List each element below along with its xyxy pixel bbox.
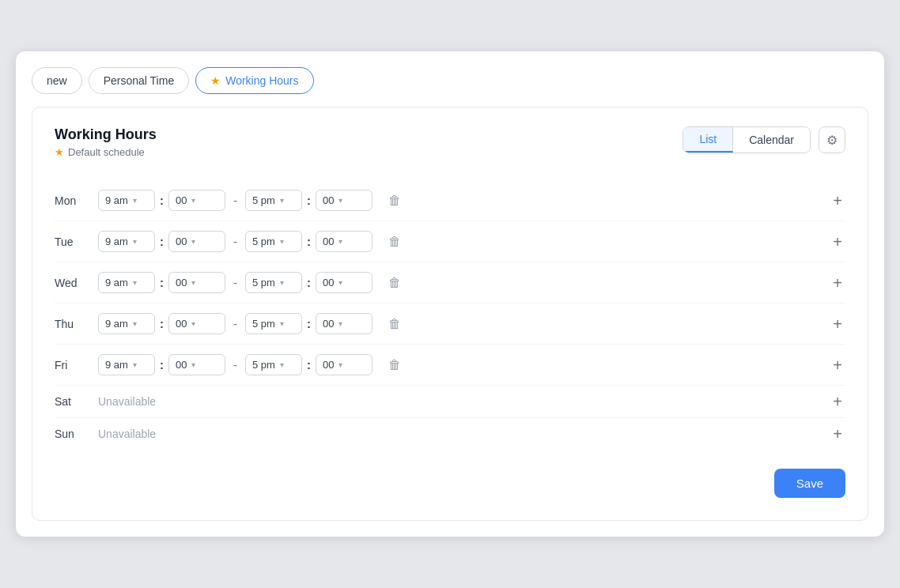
- chevron-down-icon: ▾: [191, 360, 195, 369]
- settings-button[interactable]: ⚙: [819, 126, 845, 153]
- chevron-down-icon: ▾: [280, 319, 284, 328]
- time-controls-mon: 9 am ▾ : 00 ▾ - 5 pm ▾ : 00: [98, 190, 404, 211]
- chevron-down-icon: ▾: [133, 237, 137, 246]
- tue-end-min-select[interactable]: 00 ▾: [316, 231, 372, 252]
- chevron-down-icon: ▾: [133, 196, 137, 205]
- day-row-wed: Wed 9 am ▾ : 00 ▾ - 5 pm ▾: [55, 262, 845, 303]
- day-row-tue: Tue 9 am ▾ : 00 ▾ - 5 pm ▾: [55, 220, 845, 262]
- day-label-sun: Sun: [55, 428, 98, 440]
- tab-personal-time-label: Personal Time: [104, 74, 174, 87]
- chevron-down-icon: ▾: [133, 278, 137, 287]
- thu-end-hour-select[interactable]: 5 pm ▾: [245, 313, 302, 334]
- tab-working-hours-label: Working Hours: [225, 74, 298, 87]
- working-hours-star-icon: ★: [210, 74, 221, 87]
- fri-start-hour-select[interactable]: 9 am ▾: [98, 354, 155, 375]
- day-row-sun: Sun Unavailable +: [55, 417, 845, 450]
- schedule-list: Mon 9 am ▾ : 00 ▾ - 5 pm ▾: [55, 180, 845, 450]
- wed-start-min-select[interactable]: 00 ▾: [168, 272, 225, 293]
- fri-start-min-select[interactable]: 00 ▾: [168, 354, 225, 375]
- wed-end-hour-select[interactable]: 5 pm ▾: [245, 272, 302, 293]
- wed-add-button[interactable]: +: [830, 275, 845, 291]
- fri-end-hour-select[interactable]: 5 pm ▾: [245, 354, 302, 375]
- tab-personal-time[interactable]: Personal Time: [89, 67, 189, 94]
- chevron-down-icon: ▾: [280, 237, 284, 246]
- default-schedule-star-icon: ★: [55, 146, 64, 158]
- sat-add-button[interactable]: +: [830, 394, 845, 409]
- tabs-bar: new Personal Time ★ Working Hours: [32, 67, 868, 94]
- card-subtitle: ★ Default schedule: [55, 146, 157, 158]
- day-label-tue: Tue: [55, 236, 98, 248]
- chevron-down-icon: ▾: [280, 196, 284, 205]
- tab-new[interactable]: new: [32, 67, 82, 94]
- fri-end-min-select[interactable]: 00 ▾: [316, 354, 372, 375]
- mon-end-min-select[interactable]: 00 ▾: [316, 190, 372, 211]
- tue-add-button[interactable]: +: [830, 234, 845, 250]
- fri-add-button[interactable]: +: [830, 357, 845, 373]
- mon-start-hour-select[interactable]: 9 am ▾: [98, 190, 155, 211]
- colon-2: :: [307, 194, 311, 207]
- thu-end-min-select[interactable]: 00 ▾: [316, 313, 372, 334]
- view-list-button[interactable]: List: [683, 127, 733, 153]
- gear-icon: ⚙: [826, 133, 838, 148]
- chevron-down-icon: ▾: [338, 278, 342, 287]
- default-schedule-text: Default schedule: [68, 146, 145, 158]
- time-controls-wed: 9 am ▾ : 00 ▾ - 5 pm ▾ : 00: [98, 272, 404, 293]
- time-controls-fri: 9 am ▾ : 00 ▾ - 5 pm ▾ : 00: [98, 354, 404, 375]
- chevron-down-icon: ▾: [338, 319, 342, 328]
- thu-start-hour-select[interactable]: 9 am ▾: [98, 313, 155, 334]
- day-label-wed: Wed: [55, 277, 98, 289]
- sat-unavailable-text: Unavailable: [98, 395, 156, 408]
- chevron-down-icon: ▾: [191, 237, 195, 246]
- chevron-down-icon: ▾: [280, 278, 284, 287]
- tue-delete-button[interactable]: 🗑: [385, 232, 404, 252]
- time-controls-thu: 9 am ▾ : 00 ▾ - 5 pm ▾ : 00: [98, 313, 404, 334]
- thu-start-min-select[interactable]: 00 ▾: [168, 313, 225, 334]
- header-right: List Calendar ⚙: [683, 126, 845, 153]
- day-label-mon: Mon: [55, 194, 98, 207]
- wed-end-min-select[interactable]: 00 ▾: [316, 272, 372, 293]
- tue-start-min-select[interactable]: 00 ▾: [168, 231, 225, 252]
- day-row-mon: Mon 9 am ▾ : 00 ▾ - 5 pm ▾: [55, 180, 845, 220]
- time-controls-tue: 9 am ▾ : 00 ▾ - 5 pm ▾ : 00: [98, 231, 404, 252]
- chevron-down-icon: ▾: [191, 196, 195, 205]
- chevron-down-icon: ▾: [280, 360, 284, 369]
- sun-unavailable-text: Unavailable: [98, 428, 156, 440]
- day-row-sat: Sat Unavailable +: [55, 385, 845, 417]
- mon-start-min-select[interactable]: 00 ▾: [168, 190, 225, 211]
- colon-1: :: [160, 194, 164, 207]
- tue-end-hour-select[interactable]: 5 pm ▾: [245, 231, 302, 252]
- day-label-thu: Thu: [55, 318, 98, 330]
- view-calendar-button[interactable]: Calendar: [733, 127, 810, 153]
- outer-container: new Personal Time ★ Working Hours Workin…: [16, 51, 884, 537]
- day-row-thu: Thu 9 am ▾ : 00 ▾ - 5 pm ▾: [55, 303, 845, 344]
- sun-add-button[interactable]: +: [830, 426, 845, 442]
- day-label-fri: Fri: [55, 359, 98, 371]
- thu-delete-button[interactable]: 🗑: [385, 314, 404, 334]
- chevron-down-icon: ▾: [133, 360, 137, 369]
- main-card: Working Hours ★ Default schedule List Ca…: [32, 107, 868, 521]
- save-button[interactable]: Save: [774, 469, 845, 498]
- chevron-down-icon: ▾: [191, 319, 195, 328]
- mon-add-button[interactable]: +: [830, 193, 845, 209]
- chevron-down-icon: ▾: [338, 196, 342, 205]
- day-row-fri: Fri 9 am ▾ : 00 ▾ - 5 pm ▾: [55, 344, 845, 385]
- wed-start-hour-select[interactable]: 9 am ▾: [98, 272, 155, 293]
- page-title: Working Hours: [55, 126, 157, 143]
- chevron-down-icon: ▾: [338, 237, 342, 246]
- chevron-down-icon: ▾: [191, 278, 195, 287]
- mon-end-hour-select[interactable]: 5 pm ▾: [245, 190, 302, 211]
- view-toggle: List Calendar: [683, 126, 811, 153]
- thu-add-button[interactable]: +: [830, 316, 845, 332]
- card-title-section: Working Hours ★ Default schedule: [55, 126, 157, 158]
- chevron-down-icon: ▾: [338, 360, 342, 369]
- save-row: Save: [55, 469, 845, 498]
- wed-delete-button[interactable]: 🗑: [385, 273, 404, 293]
- card-header: Working Hours ★ Default schedule List Ca…: [55, 126, 845, 158]
- mon-delete-button[interactable]: 🗑: [385, 190, 404, 211]
- fri-delete-button[interactable]: 🗑: [385, 355, 404, 375]
- tab-working-hours[interactable]: ★ Working Hours: [195, 67, 313, 94]
- chevron-down-icon: ▾: [133, 319, 137, 328]
- day-label-sat: Sat: [55, 395, 98, 408]
- tab-new-label: new: [47, 74, 67, 87]
- tue-start-hour-select[interactable]: 9 am ▾: [98, 231, 155, 252]
